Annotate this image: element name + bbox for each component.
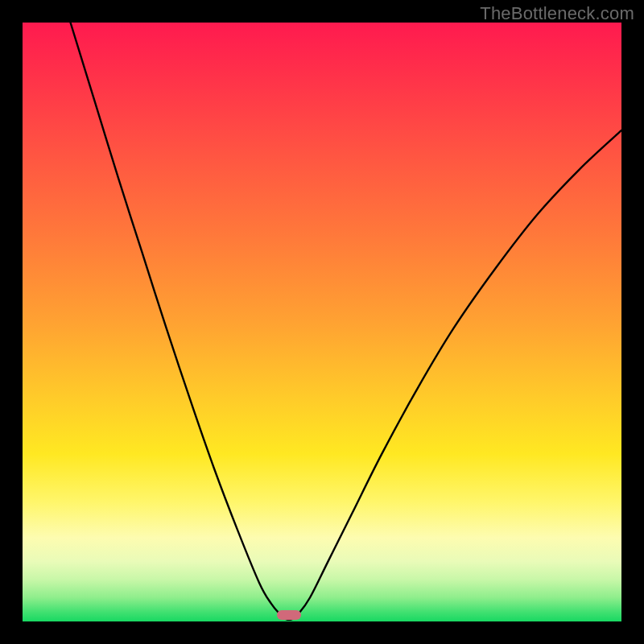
bottleneck-curve — [23, 23, 621, 621]
chart-frame: TheBottleneck.com — [0, 0, 644, 644]
plot-area — [23, 23, 621, 621]
watermark-text: TheBottleneck.com — [480, 3, 634, 24]
minimum-marker — [277, 610, 301, 620]
